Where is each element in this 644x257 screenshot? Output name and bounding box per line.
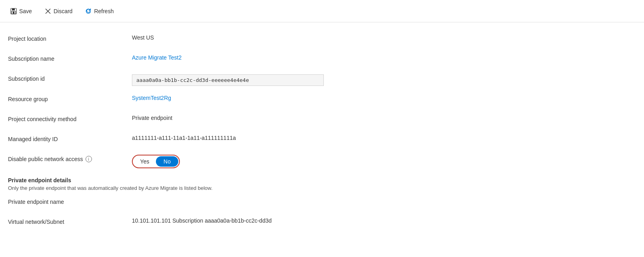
refresh-icon bbox=[85, 8, 92, 14]
managed-identity-row: Managed identity ID a1111111-a111-11a1-1… bbox=[8, 135, 624, 146]
info-icon[interactable]: i bbox=[86, 156, 92, 162]
project-connectivity-row: Project connectivity method Private endp… bbox=[8, 115, 624, 126]
discard-icon bbox=[45, 8, 51, 14]
subscription-id-box: aaaa0a0a-bb1b-cc2c-dd3d-eeeeee4e4e4e bbox=[132, 74, 324, 86]
svg-rect-1 bbox=[12, 8, 15, 10]
main-content: Project location West US Subscription na… bbox=[0, 22, 632, 245]
project-location-label: Project location bbox=[8, 34, 132, 42]
private-endpoint-section: Private endpoint details Only the privat… bbox=[8, 177, 624, 229]
disable-public-label: Disable public network access i bbox=[8, 155, 132, 162]
toggle-no-option[interactable]: No bbox=[156, 156, 178, 167]
virtual-network-value: 10.101.101.101 Subscription aaaa0a0a-bb1… bbox=[132, 217, 624, 224]
project-connectivity-label: Project connectivity method bbox=[8, 115, 132, 122]
save-icon bbox=[10, 8, 17, 14]
svg-rect-3 bbox=[13, 12, 14, 14]
project-location-row: Project location West US bbox=[8, 34, 624, 46]
refresh-label: Refresh bbox=[94, 8, 114, 14]
subscription-name-row: Subscription name Azure Migrate Test2 bbox=[8, 54, 624, 66]
toggle-yes-option[interactable]: Yes bbox=[134, 156, 156, 167]
save-label: Save bbox=[19, 8, 32, 14]
resource-group-label: Resource group bbox=[8, 95, 132, 102]
resource-group-row: Resource group SystemTest2Rg bbox=[8, 95, 624, 106]
discard-label: Discard bbox=[54, 8, 72, 14]
save-button[interactable]: Save bbox=[8, 6, 34, 16]
virtual-network-label: Virtual network/Subnet bbox=[8, 217, 132, 225]
subscription-name-value[interactable]: Azure Migrate Test2 bbox=[132, 54, 624, 61]
resource-group-value[interactable]: SystemTest2Rg bbox=[132, 95, 624, 101]
managed-identity-value: a1111111-a111-11a1-1a11-a111111111a bbox=[132, 135, 624, 141]
subscription-id-label: Subscription id bbox=[8, 74, 132, 82]
private-endpoint-title: Private endpoint details bbox=[8, 177, 624, 183]
subscription-name-label: Subscription name bbox=[8, 54, 132, 62]
managed-identity-label: Managed identity ID bbox=[8, 135, 132, 142]
discard-button[interactable]: Discard bbox=[42, 6, 75, 16]
toggle-control[interactable]: Yes No bbox=[132, 155, 180, 168]
virtual-network-row: Virtual network/Subnet 10.101.101.101 Su… bbox=[8, 217, 624, 229]
private-endpoint-name-row: Private endpoint name bbox=[8, 197, 624, 209]
toggle-value: Yes No bbox=[132, 155, 624, 168]
project-connectivity-value: Private endpoint bbox=[132, 115, 624, 121]
private-endpoint-name-label: Private endpoint name bbox=[8, 197, 132, 205]
project-location-value: West US bbox=[132, 34, 624, 41]
subscription-id-row: Subscription id aaaa0a0a-bb1b-cc2c-dd3d-… bbox=[8, 74, 624, 86]
subscription-id-value: aaaa0a0a-bb1b-cc2c-dd3d-eeeeee4e4e4e bbox=[132, 74, 624, 86]
toolbar: Save Discard Refresh bbox=[0, 0, 644, 22]
disable-public-row: Disable public network access i Yes No bbox=[8, 155, 624, 168]
private-endpoint-subtitle: Only the private endpoint that was autom… bbox=[8, 185, 624, 191]
refresh-button[interactable]: Refresh bbox=[83, 6, 116, 16]
